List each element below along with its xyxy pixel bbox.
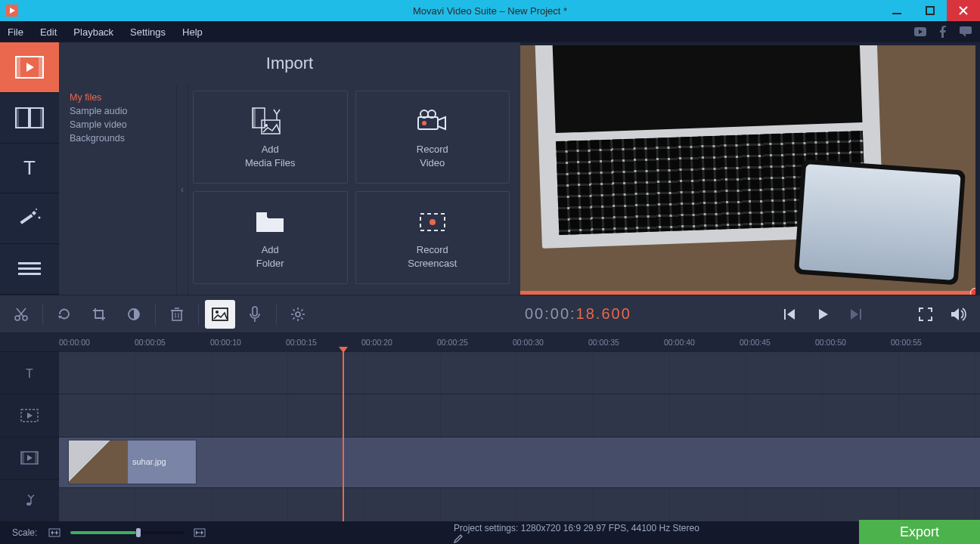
zoom-slider-knob[interactable] [136, 528, 141, 537]
menu-playback[interactable]: Playback [73, 26, 113, 38]
svg-rect-19 [20, 214, 33, 224]
project-settings-text: Project settings: 1280x720 16:9 29.97 FP… [454, 523, 704, 543]
rotate-button[interactable] [49, 300, 79, 329]
svg-marker-67 [951, 308, 959, 320]
svg-point-20 [39, 217, 41, 219]
track-headers: T [0, 351, 59, 521]
color-adjust-button[interactable] [119, 300, 149, 329]
zoom-full-button[interactable] [192, 525, 207, 540]
add-folder-label: Add Folder [256, 243, 284, 270]
svg-marker-31 [438, 117, 445, 129]
zoom-fit-button[interactable] [47, 525, 62, 540]
category-backgrounds[interactable]: Backgrounds [65, 131, 176, 145]
svg-marker-83 [201, 530, 203, 535]
tab-effects[interactable] [0, 193, 59, 244]
svg-marker-79 [51, 530, 53, 535]
track-head-video[interactable] [0, 437, 59, 479]
playback-controls: 00:00:18.600 [520, 295, 980, 332]
ruler-tick: 00:00:40 [664, 333, 695, 351]
preview-seekbar[interactable] [520, 291, 975, 295]
svg-line-61 [293, 317, 295, 319]
ruler-tick: 00:00:20 [361, 333, 392, 351]
sidebar-tabs: T [0, 42, 59, 295]
crop-button[interactable] [84, 300, 114, 329]
controls-row: 00:00:18.600 [0, 295, 980, 332]
import-heading: Import [59, 42, 520, 85]
svg-rect-73 [35, 452, 38, 464]
svg-point-29 [265, 124, 268, 127]
record-video-button[interactable]: Record Video [355, 91, 510, 184]
svg-rect-51 [253, 307, 257, 316]
record-audio-button[interactable] [240, 300, 270, 329]
window-titlebar: Movavi Video Suite – New Project * [0, 0, 980, 21]
settings-gear-button[interactable] [283, 300, 313, 329]
clip-properties-button[interactable] [205, 300, 235, 329]
track-lanes[interactable]: suhar.jpg [59, 351, 980, 521]
import-panel: Import My files Sample audio Sample vide… [59, 42, 520, 295]
category-my-files[interactable]: My files [65, 91, 176, 104]
add-media-label: Add Media Files [245, 143, 295, 169]
menu-help[interactable]: Help [182, 26, 203, 38]
svg-point-34 [422, 121, 426, 125]
record-screencast-button[interactable]: Record Screencast [355, 191, 510, 284]
svg-point-76 [26, 502, 31, 505]
svg-rect-44 [172, 311, 181, 320]
cut-button[interactable] [6, 300, 36, 329]
menu-edit[interactable]: Edit [40, 26, 57, 38]
category-sample-audio[interactable]: Sample audio [65, 104, 176, 118]
window-title: Movavi Video Suite – New Project * [0, 5, 980, 17]
menubar: File Edit Playback Settings Help [0, 21, 980, 42]
window-minimize-button[interactable] [880, 0, 913, 21]
ruler-tick: 00:00:45 [740, 333, 771, 351]
svg-point-50 [216, 311, 219, 314]
svg-marker-9 [963, 34, 966, 37]
delete-button[interactable] [162, 300, 192, 329]
track-head-titles[interactable]: T [0, 351, 59, 394]
youtube-icon[interactable] [913, 25, 927, 39]
svg-rect-16 [16, 108, 19, 128]
svg-marker-13 [26, 63, 34, 72]
category-sample-video[interactable]: Sample video [65, 118, 176, 131]
tab-titles[interactable]: T [0, 144, 59, 194]
ruler-tick: 00:00:35 [588, 333, 619, 351]
fullscreen-button[interactable] [912, 301, 939, 328]
community-icon[interactable] [959, 25, 972, 39]
tab-transitions[interactable] [0, 93, 59, 144]
media-files-icon [251, 105, 289, 138]
seek-knob[interactable] [970, 288, 975, 295]
tab-more[interactable] [0, 244, 59, 295]
edit-project-settings-button[interactable] [454, 533, 704, 543]
ruler-tick: 00:00:50 [815, 333, 846, 351]
window-maximize-button[interactable] [913, 0, 947, 21]
add-media-files-button[interactable]: Add Media Files [193, 91, 348, 184]
play-button[interactable] [809, 301, 836, 328]
preview-viewport[interactable] [520, 45, 975, 295]
clip-thumbnail [69, 440, 128, 484]
svg-rect-12 [39, 57, 43, 78]
add-folder-button[interactable]: Add Folder [193, 191, 348, 284]
timeline-playhead[interactable] [343, 351, 344, 521]
record-screencast-label: Record Screencast [408, 243, 457, 270]
next-frame-button[interactable] [842, 301, 870, 328]
timeline-ruler[interactable]: 00:00:00 00:00:05 00:00:10 00:00:15 00:0… [0, 333, 980, 351]
menu-file[interactable]: File [8, 26, 23, 38]
svg-point-53 [296, 312, 300, 317]
timeline-clip[interactable]: suhar.jpg [68, 440, 197, 484]
export-button[interactable]: Export [859, 520, 980, 544]
svg-marker-64 [819, 309, 828, 320]
tab-import[interactable] [0, 42, 59, 93]
collapse-handle[interactable]: ‹ [176, 85, 188, 295]
svg-rect-26 [253, 108, 256, 128]
track-head-audio[interactable] [0, 479, 59, 521]
menu-settings[interactable]: Settings [130, 26, 166, 38]
volume-button[interactable] [945, 301, 972, 328]
track-head-overlay[interactable] [0, 394, 59, 436]
svg-marker-65 [851, 309, 858, 320]
prev-frame-button[interactable] [776, 301, 803, 328]
ruler-tick: 00:00:05 [135, 333, 166, 351]
zoom-slider[interactable] [70, 531, 184, 534]
ruler-tick: 00:00:30 [513, 333, 544, 351]
window-close-button[interactable] [947, 0, 980, 21]
svg-rect-22 [18, 262, 41, 264]
facebook-icon[interactable] [936, 25, 950, 39]
